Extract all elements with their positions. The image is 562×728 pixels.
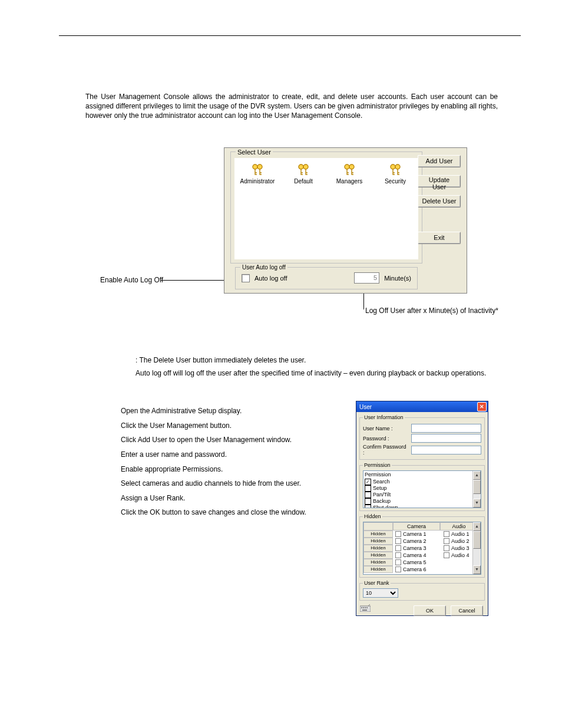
perm-checkbox[interactable]	[365, 498, 371, 505]
svg-point-5	[349, 164, 354, 169]
aud-label: Audio 1	[451, 531, 470, 537]
auto-logoff-checkbox[interactable]	[242, 274, 250, 282]
callout-logoff-inactivity: Log Off User after x Minute(s) of Inacti…	[365, 307, 498, 315]
note-autologoff: Auto log off will log off the user after…	[135, 367, 521, 380]
auto-logoff-minutes-input[interactable]: 5	[354, 272, 379, 284]
permission-group: Permission Permission Search Setup Pan/T…	[359, 462, 485, 511]
cam-label: Camera 1	[403, 531, 427, 537]
perm-label: Shut down	[373, 505, 398, 508]
user-rank-select[interactable]: 10	[363, 588, 398, 598]
cam-label: Camera 2	[403, 538, 427, 544]
step: Select cameras and audio channels to hid…	[121, 476, 345, 491]
titlebar: User ✕	[356, 401, 488, 412]
close-icon[interactable]: ✕	[477, 402, 487, 411]
auto-logoff-unit: Minute(s)	[384, 275, 411, 282]
permission-header: Permission	[365, 472, 480, 478]
user-label: Default	[294, 178, 313, 185]
hidden-row-label: Hidden	[363, 538, 393, 545]
scroll-down-icon[interactable]: ▼	[473, 565, 481, 574]
add-user-button[interactable]: Add User	[418, 155, 461, 167]
svg-rect-13	[362, 610, 367, 611]
aud-checkbox[interactable]	[444, 545, 449, 551]
cam-checkbox[interactable]	[395, 545, 401, 551]
password-input[interactable]	[411, 434, 481, 443]
cam-label: Camera 5	[403, 559, 427, 565]
step: Enable appropriate Permissions.	[121, 462, 345, 477]
cancel-button[interactable]: Cancel	[451, 605, 483, 616]
cam-label: Camera 6	[403, 566, 427, 572]
username-label: User Name :	[363, 426, 409, 431]
keys-icon	[388, 163, 403, 177]
svg-point-2	[299, 164, 303, 169]
top-rule	[59, 35, 521, 36]
user-item-managers[interactable]: Managers	[326, 163, 372, 185]
aud-checkbox[interactable]	[444, 538, 449, 544]
svg-point-6	[391, 164, 395, 169]
perm-checkbox[interactable]	[365, 485, 371, 492]
perm-label: Pan/Tilt	[373, 492, 391, 498]
scroll-thumb[interactable]	[473, 531, 481, 549]
ok-button[interactable]: OK	[414, 605, 446, 616]
auto-logoff-group: User Auto log off Auto log off 5 Minute(…	[235, 267, 418, 289]
svg-rect-8	[360, 606, 371, 612]
scroll-thumb[interactable]	[473, 480, 481, 494]
select-user-group: Select User Administrator Default Manage…	[230, 151, 422, 263]
perm-label: Backup	[373, 498, 391, 505]
cam-checkbox[interactable]	[395, 531, 401, 537]
scroll-up-icon[interactable]: ▲	[473, 522, 481, 531]
step: Click the User Management button.	[121, 419, 345, 433]
scroll-up-icon[interactable]: ▲	[473, 471, 481, 480]
user-information-group: User Information User Name : Password : …	[359, 414, 485, 460]
step: Open the Administrative Setup display.	[121, 404, 345, 419]
cam-checkbox[interactable]	[395, 538, 401, 544]
user-info-legend: User Information	[363, 414, 405, 420]
user-label: Security	[385, 178, 406, 185]
hidden-table[interactable]: Camera Audio HiddenCamera 1Audio 1 Hidde…	[363, 522, 481, 575]
user-rank-legend: User Rank	[363, 580, 391, 586]
hidden-hdr-blank	[363, 522, 393, 531]
perm-label: Setup	[373, 485, 387, 492]
hidden-row-label: Hidden	[363, 531, 393, 538]
callout-enable-auto-log-off: Enable Auto Log Off	[100, 276, 163, 284]
auto-logoff-label: Auto log off	[254, 275, 287, 282]
svg-rect-10	[363, 607, 364, 608]
keyboard-icon[interactable]	[360, 604, 371, 612]
update-user-button[interactable]: Update User	[418, 175, 461, 187]
confirm-password-input[interactable]	[411, 446, 481, 454]
hidden-legend: Hidden	[363, 513, 382, 519]
scrollbar[interactable]: ▲▼	[472, 471, 481, 508]
cam-label: Camera 3	[403, 545, 427, 551]
perm-checkbox[interactable]	[365, 505, 371, 508]
user-mgmt-figure: Enable Auto Log Off Log Off User after x…	[100, 147, 521, 321]
cam-label: Camera 4	[403, 552, 427, 558]
exit-button[interactable]: Exit	[418, 232, 461, 244]
user-item-default[interactable]: Default	[280, 163, 326, 185]
svg-point-4	[345, 164, 349, 169]
auto-logoff-legend: User Auto log off	[240, 264, 287, 271]
scroll-down-icon[interactable]: ▼	[473, 499, 481, 508]
perm-checkbox[interactable]	[365, 492, 371, 498]
svg-point-7	[395, 164, 400, 169]
cam-checkbox[interactable]	[395, 566, 401, 572]
step: Click Add User to open the User Manageme…	[121, 433, 345, 447]
cam-checkbox[interactable]	[395, 552, 401, 558]
svg-point-3	[303, 164, 308, 169]
user-list[interactable]: Administrator Default Managers Security	[234, 158, 418, 259]
user-item-security[interactable]: Security	[372, 163, 418, 185]
permission-legend: Permission	[363, 462, 392, 468]
scrollbar[interactable]: ▲▼	[472, 522, 481, 574]
perm-checkbox[interactable]	[365, 479, 371, 485]
password-label: Password :	[363, 436, 409, 442]
aud-checkbox[interactable]	[444, 552, 449, 558]
aud-label: Audio 4	[451, 552, 470, 558]
cam-checkbox[interactable]	[395, 559, 401, 565]
user-rank-group: User Rank 10	[359, 580, 485, 601]
aud-checkbox[interactable]	[444, 531, 449, 537]
step: Enter a user name and password.	[121, 447, 345, 462]
delete-user-button[interactable]: Delete User	[418, 195, 461, 207]
perm-label: Search	[373, 479, 390, 485]
user-item-administrator[interactable]: Administrator	[234, 163, 280, 185]
username-input[interactable]	[411, 424, 481, 433]
select-user-label: Select User	[236, 149, 273, 156]
permission-list[interactable]: Permission Search Setup Pan/Tilt Backup …	[363, 470, 481, 508]
